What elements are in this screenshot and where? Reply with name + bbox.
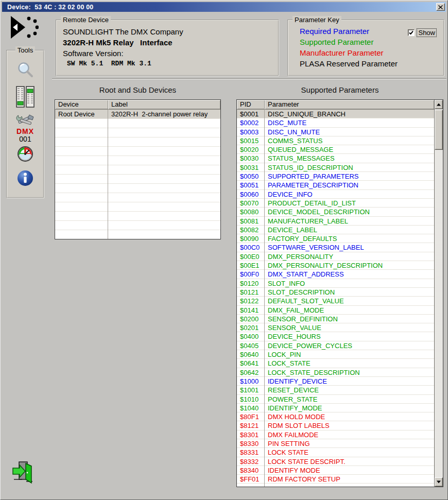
close-icon — [438, 5, 443, 9]
parameter-table-row[interactable]: $8330PIN SETTING — [237, 439, 434, 448]
device-table-row[interactable] — [55, 128, 220, 137]
info-icon — [17, 170, 33, 186]
parameter-cell: DMX FAILMODE — [265, 430, 434, 439]
parameter-table-row[interactable]: $0050SUPPORTED_PARAMETERS — [237, 172, 434, 181]
info-tool-button[interactable] — [7, 170, 43, 186]
scroll-up-button[interactable] — [435, 100, 443, 109]
label-cell — [108, 212, 220, 221]
label-cell — [108, 147, 220, 156]
parameter-cell: IDENTIFY_DEVICE — [265, 377, 434, 386]
parameter-table-row[interactable]: $0201SENSOR_VALUE — [237, 323, 434, 332]
parameter-table-row[interactable]: $1000IDENTIFY_DEVICE — [237, 377, 434, 386]
parameter-table-row[interactable]: $0020QUEUED_MESSAGE — [237, 145, 434, 154]
scroll-thumb[interactable] — [435, 110, 443, 150]
parameter-table-row[interactable]: $0122DEFAULT_SLOT_VALUE — [237, 297, 434, 305]
device-table-row[interactable] — [55, 230, 220, 239]
parameter-table-row[interactable]: $0070PRODUCT_DETAIL_ID_LIST — [237, 199, 434, 208]
pid-cell: $8301 — [237, 430, 265, 439]
parameter-table-row[interactable]: $0002DISC_MUTE — [237, 118, 434, 127]
parameter-table-row[interactable]: $1010POWER_STATE — [237, 395, 434, 404]
parameter-table-row[interactable]: $0031STATUS_ID_DESCRIPTION — [237, 163, 434, 172]
device-table-row[interactable] — [55, 184, 220, 193]
parameter-table-row[interactable]: $8340IDENTIFY MODE — [237, 466, 434, 475]
parameter-table-row[interactable]: $0080DEVICE_MODEL_DESCRIPTION — [237, 208, 434, 216]
pid-cell: $0080 — [237, 208, 265, 216]
parameter-table-row[interactable]: $0030STATUS_MESSAGES — [237, 154, 434, 163]
parameter-table-row[interactable]: $8332LOCK STATE DESCRIPT. — [237, 457, 434, 466]
parameter-table-row[interactable]: $8301DMX FAILMODE — [237, 430, 434, 439]
column-header-pid[interactable]: PID — [237, 100, 265, 109]
column-header-parameter[interactable]: Parameter — [265, 100, 434, 109]
dmx-address: 001 — [19, 135, 31, 143]
close-button[interactable] — [436, 3, 445, 11]
parameter-table-row[interactable]: $00E0DMX_PERSONALITY — [237, 252, 434, 261]
parameter-table-row[interactable]: $0405DEVICE_POWER_CYCLES — [237, 341, 434, 350]
parameter-table-row[interactable]: $8121RDM SLOT LABELS — [237, 421, 434, 430]
parameter-table-row[interactable]: $8331LOCK STATE — [237, 448, 434, 457]
parameter-table-row[interactable]: $1040IDENTIFY_MODE — [237, 404, 434, 412]
parameter-cell: PARAMETER_DESCRIPTION — [265, 181, 434, 189]
parameter-table-row[interactable]: $0051PARAMETER_DESCRIPTION — [237, 181, 434, 189]
column-header-label[interactable]: Label — [108, 100, 220, 109]
parameter-table-row[interactable]: $0121SLOT_DESCRIPTION — [237, 288, 434, 297]
device-table-row[interactable] — [55, 202, 220, 212]
parameter-table-row[interactable]: $0640LOCK_PIN — [237, 350, 434, 359]
parameter-table-row[interactable]: $0400DEVICE_HOURS — [237, 332, 434, 341]
pid-cell: $0060 — [237, 190, 265, 199]
parameter-table-row[interactable]: $0200SENSOR_DEFINITION — [237, 315, 434, 323]
parameter-table-row[interactable]: $0090FACTORY_DEFAULTS — [237, 234, 434, 243]
device-table-row[interactable] — [55, 193, 220, 202]
device-table-row[interactable] — [55, 147, 220, 156]
scroll-down-button[interactable] — [435, 477, 443, 487]
search-tool-button[interactable] — [7, 61, 43, 79]
exit-button[interactable] — [12, 460, 33, 484]
device-table-row[interactable] — [55, 221, 220, 230]
pid-cell: $0002 — [237, 118, 265, 127]
parameter-table-row[interactable]: $80F1DMX HOLD MODE — [237, 412, 434, 421]
parameter-table-row[interactable]: $00F0DMX_START_ADDRESS — [237, 270, 434, 279]
parameter-table-row[interactable]: $0015COMMS_STATUS — [237, 136, 434, 145]
parameter-cell: DMX_START_ADDRESS — [265, 270, 434, 279]
faders-tool-button[interactable] — [7, 86, 43, 108]
parameter-table-row[interactable]: $0060DEVICE_INFO — [237, 190, 434, 199]
device-cell — [55, 193, 108, 202]
parameters-scrollbar[interactable] — [434, 100, 443, 487]
device-cell — [55, 137, 108, 147]
parameter-cell: IDENTIFY MODE — [265, 466, 434, 475]
parameter-table-row[interactable]: $0082DEVICE_LABEL — [237, 226, 434, 234]
parameter-cell: DMX_PERSONALITY — [265, 252, 434, 261]
pid-cell: $8121 — [237, 421, 265, 430]
show-checkbox[interactable] — [408, 29, 415, 36]
titlebar[interactable]: Device: 53 4C : 32 02 00 00 — [2, 2, 446, 12]
parameter-table-row[interactable]: $0141DMX_FAIL_MODE — [237, 306, 434, 315]
device-table-row[interactable] — [55, 175, 220, 184]
parameter-table-row[interactable]: $FF01RDM FACTORY SETUP — [237, 475, 434, 484]
parameter-table-row[interactable]: $00C0SOFTWARE_VERSION_LABEL — [237, 243, 434, 252]
parameter-table-row[interactable] — [237, 484, 434, 487]
parameter-table-row[interactable]: $0003DISC_UN_MUTE — [237, 128, 434, 136]
parameter-table-row[interactable]: $0001DISC_UNIQUE_BRANCH — [237, 110, 434, 118]
device-cell: Root Device — [55, 110, 108, 119]
pid-cell: $1010 — [237, 395, 265, 404]
device-table-row[interactable] — [55, 137, 220, 147]
gauge-tool-button[interactable] — [7, 146, 43, 162]
parameter-cell: STATUS_MESSAGES — [265, 154, 434, 163]
arrow-down-icon — [437, 481, 441, 484]
parameter-table-row[interactable]: $0642LOCK_STATE_DESCRIPTION — [237, 368, 434, 377]
pid-cell: $0020 — [237, 145, 265, 154]
parameter-table-row[interactable]: $1001RESET_DEVICE — [237, 386, 434, 394]
device-table-row[interactable] — [55, 119, 220, 128]
device-table-row[interactable]: Root Device3202R-H 2-channel power relay — [55, 110, 220, 119]
parameter-table-row[interactable]: $0120SLOT_INFO — [237, 279, 434, 288]
column-header-device[interactable]: Device — [55, 100, 108, 109]
parameter-table-row[interactable]: $00E1DMX_PERSONALITY_DESCRIPTION — [237, 261, 434, 270]
pid-cell: $0090 — [237, 234, 265, 243]
parameter-table-row[interactable]: $0081MANUFACTURER_LABEL — [237, 217, 434, 226]
device-table-row[interactable] — [55, 165, 220, 175]
pid-cell: $8340 — [237, 466, 265, 475]
device-table-row[interactable] — [55, 212, 220, 221]
parameter-table-row[interactable]: $0641LOCK_STATE — [237, 359, 434, 368]
device-table-row[interactable] — [55, 156, 220, 165]
dmx-setup-tool-button[interactable]: DMX 001 — [7, 114, 43, 143]
show-checkbox-wrap[interactable]: Show — [408, 28, 437, 37]
